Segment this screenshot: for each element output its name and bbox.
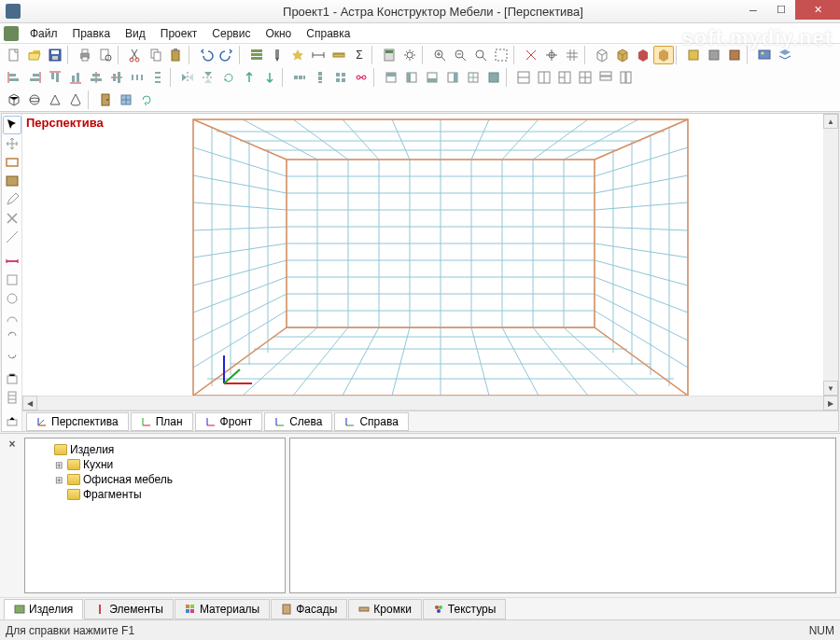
crosshair-button[interactable] [541, 46, 562, 64]
zoom-window-button[interactable] [491, 46, 511, 64]
layouta-button[interactable] [513, 68, 534, 87]
tree-item[interactable]: Офисная мебель [55, 472, 281, 487]
tree-item[interactable]: Кухни [55, 457, 281, 472]
mirror-v-button[interactable] [198, 68, 218, 87]
panel5-button[interactable] [463, 68, 483, 87]
panel2-button[interactable] [401, 68, 422, 87]
tool-h[interactable] [3, 388, 21, 407]
tool-c[interactable] [3, 289, 21, 308]
print-button[interactable] [75, 46, 95, 64]
ruler-button[interactable] [329, 46, 349, 64]
door-icon[interactable] [95, 90, 116, 109]
box-wireframe-button[interactable] [592, 46, 612, 64]
rect-tool[interactable] [3, 153, 21, 172]
zoom-in-button[interactable] [429, 46, 450, 64]
light1-button[interactable] [683, 46, 704, 64]
triangle-icon[interactable] [45, 90, 65, 109]
panel1-button[interactable] [381, 68, 401, 87]
wizard-button[interactable] [287, 46, 308, 64]
redo-button[interactable] [217, 46, 237, 64]
align-top-button[interactable] [45, 68, 65, 87]
edit-tool[interactable] [3, 190, 21, 209]
layoutf-button[interactable] [616, 68, 637, 87]
sphere-icon[interactable] [24, 90, 45, 109]
grid-button[interactable] [562, 46, 582, 64]
align-center-v-button[interactable] [106, 68, 127, 87]
move-tool[interactable] [3, 134, 21, 153]
panel4-button[interactable] [442, 68, 463, 87]
tree-pane[interactable]: Изделия Кухни Офисная мебель Фрагменты [24, 438, 286, 593]
move-up-button[interactable] [239, 68, 259, 87]
undo-button[interactable] [196, 46, 217, 64]
menu-help[interactable]: Справка [299, 25, 357, 42]
move-down-button[interactable] [259, 68, 280, 87]
calc-button[interactable] [379, 46, 399, 64]
line-tool[interactable] [3, 228, 21, 246]
scroll-left-button[interactable]: ◀ [22, 396, 37, 410]
layers-icon[interactable] [775, 46, 795, 64]
panel-tool[interactable] [3, 172, 21, 190]
btab-facades[interactable]: Фасады [271, 599, 347, 619]
viewport-canvas[interactable]: Перспектива [22, 114, 823, 396]
scroll-track[interactable] [823, 129, 838, 381]
tool-i[interactable] [3, 412, 21, 431]
tab-front[interactable]: Фронт [195, 412, 263, 431]
project-params-button[interactable] [246, 46, 267, 64]
zoom-out-button[interactable] [450, 46, 470, 64]
minimize-button[interactable]: ─ [739, 0, 767, 20]
print-preview-button[interactable] [95, 46, 116, 64]
layoutc-button[interactable] [554, 68, 575, 87]
tool-a[interactable] [3, 252, 21, 271]
btab-products[interactable]: Изделия [4, 599, 83, 619]
scroll-up-button[interactable]: ▲ [823, 114, 838, 129]
cube-icon[interactable] [4, 90, 24, 109]
menu-view[interactable]: Вид [118, 25, 153, 42]
tool-b[interactable] [3, 271, 21, 289]
group-grid-button[interactable] [330, 68, 351, 87]
align-bottom-button[interactable] [65, 68, 86, 87]
btab-elements[interactable]: Элементы [84, 599, 174, 619]
maximize-button[interactable]: ☐ [767, 0, 795, 20]
window-icon[interactable] [116, 90, 136, 109]
cut-button[interactable] [125, 46, 146, 64]
box-shade-button[interactable] [633, 46, 653, 64]
panel6-button[interactable] [483, 68, 504, 87]
vertical-scrollbar[interactable]: ▲ ▼ [823, 114, 838, 396]
align-center-h-button[interactable] [86, 68, 106, 87]
delete-tool[interactable] [3, 209, 21, 228]
box-texture-button[interactable] [653, 46, 674, 64]
drill-button[interactable] [267, 46, 287, 64]
new-file-button[interactable] [4, 46, 24, 64]
tree-item[interactable]: Фрагменты [55, 487, 281, 502]
settings-button[interactable] [399, 46, 420, 64]
menu-project[interactable]: Проект [153, 25, 205, 42]
light3-button[interactable] [724, 46, 745, 64]
scroll-track[interactable] [37, 396, 823, 410]
tab-left[interactable]: Слева [264, 412, 332, 431]
menu-edit[interactable]: Правка [65, 25, 119, 42]
btab-edges[interactable]: Кромки [348, 599, 422, 619]
sum-button[interactable]: Σ [349, 46, 370, 64]
mdi-control-icon[interactable] [4, 26, 19, 41]
tab-plan[interactable]: План [131, 412, 193, 431]
tool-f[interactable] [3, 345, 21, 364]
align-left-button[interactable] [4, 68, 24, 87]
close-button[interactable]: ✕ [795, 0, 840, 20]
menu-service[interactable]: Сервис [204, 25, 258, 42]
tool-e[interactable] [3, 327, 21, 345]
panel-close-button[interactable]: × [4, 438, 21, 593]
snap-button[interactable] [521, 46, 541, 64]
copy-button[interactable] [146, 46, 166, 64]
save-button[interactable] [45, 46, 65, 64]
open-file-button[interactable] [24, 46, 45, 64]
align-right-button[interactable] [24, 68, 45, 87]
panel3-button[interactable] [422, 68, 442, 87]
rotate-button[interactable] [218, 68, 239, 87]
cone-icon[interactable] [65, 90, 86, 109]
tree-root[interactable]: Изделия [42, 442, 281, 457]
chain-button[interactable] [351, 68, 371, 87]
btab-textures[interactable]: Текстуры [423, 599, 507, 619]
preview-pane[interactable] [289, 438, 836, 593]
dim-button[interactable] [308, 46, 329, 64]
render-button[interactable] [754, 46, 775, 64]
